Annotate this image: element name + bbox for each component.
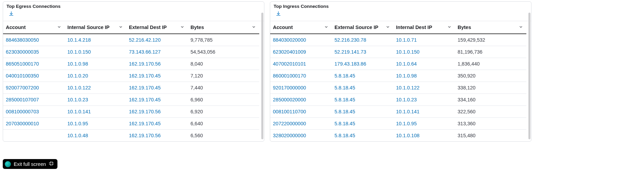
cell-ip-2: 162.19.170.45 [126, 94, 188, 105]
cell-link[interactable]: 162.19.170.45 [129, 85, 161, 90]
cell-ip-2: 52.216.42.120 [126, 34, 188, 46]
cell-bytes: 313,360 [455, 117, 526, 129]
column-header[interactable]: External Source IP [332, 21, 393, 34]
column-header[interactable]: Account [270, 21, 332, 34]
download-button[interactable] [275, 11, 282, 17]
cell-link[interactable]: 162.19.170.45 [129, 97, 161, 102]
cell-link[interactable]: 008100000703 [6, 109, 39, 114]
cell-link[interactable]: 865051000170 [6, 61, 39, 67]
cell-bytes: 350,920 [455, 70, 526, 82]
cell-link[interactable]: 207220000000 [273, 121, 306, 126]
cell-link[interactable]: 52.219.141.73 [334, 49, 366, 55]
cell-link[interactable]: 162.19.170.56 [129, 109, 161, 114]
table-row: 04001010035010.1.0.20162.19.170.457,120 [3, 70, 259, 82]
cell-account: 623030000035 [3, 46, 65, 58]
cell-ip-1: 10.1.0.23 [65, 94, 126, 105]
cell-link[interactable]: 10.1.0.141 [67, 109, 91, 114]
cell-link[interactable]: 10.1.0.48 [67, 133, 88, 138]
cell-account: 865051000170 [3, 58, 65, 70]
cell-link[interactable]: 860001000170 [273, 73, 306, 79]
column-header[interactable]: Internal Source IP [65, 21, 126, 34]
cell-link[interactable]: 10.1.0.98 [396, 73, 417, 79]
cell-link[interactable]: 5.8.18.45 [334, 73, 355, 79]
cell-link[interactable]: 5.8.18.45 [334, 85, 355, 90]
cell-link[interactable]: 920170000000 [273, 85, 306, 90]
cell-link[interactable]: 040010100350 [6, 73, 39, 79]
cell-link[interactable]: 10.1.0.122 [396, 85, 420, 90]
column-header[interactable]: Internal Dest IP [393, 21, 455, 34]
column-header-label: External Dest IP [129, 25, 167, 30]
table-row: 20703000001010.1.0.95162.19.170.456,640 [3, 117, 259, 129]
cell-link[interactable]: 10.1.0.23 [67, 97, 88, 102]
column-header[interactable]: Bytes [188, 21, 259, 34]
cell-link[interactable]: 10.1.0.95 [67, 121, 88, 126]
cell-link[interactable]: 162.19.170.56 [129, 61, 161, 67]
cell-link[interactable]: 10.1.0.95 [396, 121, 417, 126]
cell-ip-1: 10.1.0.98 [65, 58, 126, 70]
cell-link[interactable]: 920077007200 [6, 85, 39, 90]
cell-text: 338,120 [458, 85, 475, 90]
cell-link[interactable]: 5.8.18.45 [334, 121, 355, 126]
cell-link[interactable]: 10.1.4.218 [67, 37, 91, 43]
cell-link[interactable]: 10.1.0.23 [396, 97, 417, 102]
cell-link[interactable]: 5.8.18.45 [334, 97, 355, 102]
cell-link[interactable]: 10.1.0.122 [67, 85, 91, 90]
cell-bytes: 7,440 [188, 82, 259, 94]
cell-link[interactable]: 162.19.170.45 [129, 73, 161, 79]
cell-link[interactable]: 5.8.18.45 [334, 109, 355, 114]
cell-link[interactable]: 10.1.0.108 [396, 133, 420, 138]
column-header-label: Account [6, 25, 26, 30]
cell-link[interactable]: 162.19.170.45 [129, 121, 161, 126]
cell-link[interactable]: 328020000000 [273, 133, 306, 138]
table-row: 0081001107005.8.18.4510.1.0.141322,560 [270, 105, 526, 117]
cell-link[interactable]: 10.1.0.71 [396, 37, 417, 43]
cell-text: 8,040 [190, 61, 203, 67]
column-header[interactable]: Account [3, 21, 65, 34]
cell-link[interactable]: 10.1.0.64 [396, 61, 417, 67]
cell-link[interactable]: 623030000035 [6, 49, 39, 55]
cell-account [3, 129, 65, 141]
cell-account: 884638030050 [3, 34, 65, 46]
cell-link[interactable]: 162.19.170.56 [129, 133, 161, 138]
cell-link[interactable]: 73.143.66.127 [129, 49, 161, 55]
download-button[interactable] [8, 11, 15, 17]
scrollbar[interactable] [261, 13, 263, 139]
cell-link[interactable]: 285000107007 [6, 97, 39, 102]
cell-link[interactable]: 10.1.0.141 [396, 109, 420, 114]
cell-bytes: 81,196,736 [455, 46, 526, 58]
cell-account: 623020401009 [270, 46, 332, 58]
cell-account: 920077007200 [3, 82, 65, 94]
cell-account: 884030020000 [270, 34, 332, 46]
cell-link[interactable]: 407002010101 [273, 61, 306, 67]
cell-link[interactable]: 10.1.0.150 [396, 49, 420, 55]
panel-title: Top Ingress Connections [270, 2, 531, 10]
table-row: 88463803005010.1.4.21852.216.42.1209,778… [3, 34, 259, 46]
cell-link[interactable]: 10.1.0.98 [67, 61, 88, 67]
cell-ip-1: 10.1.4.218 [65, 34, 126, 46]
cell-ip-2: 162.19.170.56 [126, 105, 188, 117]
cell-text: 322,560 [458, 109, 475, 114]
cell-link[interactable]: 623020401009 [273, 49, 306, 55]
cell-link[interactable]: 207030000010 [6, 121, 39, 126]
cell-link[interactable]: 5.8.18.45 [334, 133, 355, 138]
cell-link[interactable]: 52.216.230.78 [334, 37, 366, 43]
cell-link[interactable]: 884638030050 [6, 37, 39, 43]
cell-ip-2: 10.1.0.95 [393, 117, 455, 129]
cell-ip-1: 10.1.0.20 [65, 70, 126, 82]
cell-ip-2: 10.1.0.122 [393, 82, 455, 94]
chevron-down-icon [119, 25, 123, 30]
chevron-down-icon [324, 25, 328, 30]
cell-link[interactable]: 10.1.0.20 [67, 73, 88, 79]
cell-link[interactable]: 008100110700 [273, 109, 306, 114]
cell-link[interactable]: 52.216.42.120 [129, 37, 161, 43]
cell-ip-1: 10.1.0.150 [65, 46, 126, 58]
download-icon [9, 11, 14, 17]
cell-link[interactable]: 285000020000 [273, 97, 306, 102]
scrollbar[interactable] [528, 13, 530, 139]
column-header[interactable]: Bytes [455, 21, 526, 34]
cell-link[interactable]: 179.43.183.86 [334, 61, 366, 67]
column-header[interactable]: External Dest IP [126, 21, 188, 34]
cell-text: 315,480 [458, 133, 475, 138]
cell-link[interactable]: 10.1.0.150 [67, 49, 91, 55]
cell-link[interactable]: 884030020000 [273, 37, 306, 43]
